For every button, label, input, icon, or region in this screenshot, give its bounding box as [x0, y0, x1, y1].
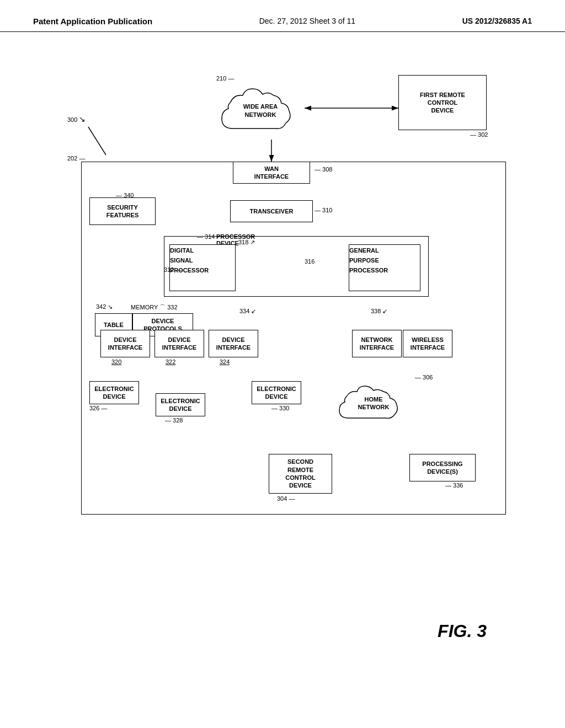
second-remote-device-label: SECONDREMOTECONTROLDEVICE [285, 458, 315, 489]
figure-label: FIG. 3 [438, 621, 487, 641]
electronic-device-326-box: ELECTRONICDEVICE [89, 381, 139, 404]
label-202: 202 — [67, 155, 85, 162]
gpp-box: GENERALPURPOSEPROCESSOR [349, 244, 420, 291]
electronic-device-330-box: ELECTRONICDEVICE [252, 381, 301, 404]
label-326: 326 — [89, 405, 107, 411]
label-316: 316 [305, 258, 315, 265]
label-memory: MEMORY ⌒ 332 [131, 303, 178, 312]
label-312: 312 — [164, 266, 182, 273]
network-interface-label: NETWORKINTERFACE [360, 336, 394, 352]
second-remote-device-box: SECONDREMOTECONTROLDEVICE [269, 454, 332, 494]
svg-line-20 [88, 127, 106, 155]
first-remote-device-box: FIRST REMOTECONTROLDEVICE [398, 75, 487, 130]
label-320: 320 [111, 358, 121, 365]
device-interface-320-label: DEVICEINTERFACE [108, 336, 142, 352]
processing-devices-label: PROCESSINGDEVICE(S) [422, 460, 462, 476]
electronic-device-328-box: ELECTRONICDEVICE [156, 393, 205, 416]
electronic-device-330-label: ELECTRONICDEVICE [257, 385, 296, 401]
label-334: 334 ↙ [239, 308, 256, 315]
label-324: 324 [220, 358, 230, 365]
diagram-area: 300 ↘ 210 — WIDE AREANETWORK FIRST REMOT… [34, 38, 531, 672]
wan-cloud: WIDE AREANETWORK [216, 79, 305, 142]
electronic-device-326-label: ELECTRONICDEVICE [94, 385, 134, 401]
page: Patent Application Publication Dec. 27, … [0, 0, 565, 728]
label-308: — 308 [315, 166, 332, 173]
processing-devices-box: PROCESSINGDEVICE(S) [409, 454, 476, 481]
table-label: TABLE [104, 321, 124, 329]
home-network-cloud: HOMENETWORK [335, 378, 412, 428]
label-310: — 310 [315, 207, 332, 213]
publication-date-sheet: Dec. 27, 2012 Sheet 3 of 11 [259, 17, 355, 25]
label-318: 318 ↗ [238, 239, 255, 246]
device-interface-324-box: DEVICEINTERFACE [209, 330, 258, 357]
label-342: 342 ↘ [96, 303, 113, 311]
publication-title: Patent Application Publication [33, 17, 152, 26]
device-interface-320-box: DEVICEINTERFACE [100, 330, 150, 357]
transceiver-box: TRANSCEIVER [230, 200, 313, 222]
wan-interface-label: WANINTERFACE [254, 165, 289, 181]
device-interface-324-label: DEVICEINTERFACE [216, 336, 250, 352]
electronic-device-328-label: ELECTRONICDEVICE [161, 397, 200, 413]
network-interface-box: NETWORKINTERFACE [352, 330, 402, 357]
transceiver-label: TRANSCEIVER [250, 207, 294, 215]
label-338: 338 ↙ [371, 308, 387, 315]
label-314: — 314 [197, 233, 215, 240]
security-features-label: SECURITYFEATURES [106, 204, 138, 220]
label-302: — 302 [470, 131, 488, 138]
device-interface-322-box: DEVICEINTERFACE [154, 330, 204, 357]
publication-number: US 2012/326835 A1 [462, 17, 532, 25]
label-336: — 336 [445, 482, 463, 489]
label-340: — 340 [116, 192, 134, 199]
label-330: — 330 [271, 405, 289, 411]
wan-interface-box: WANINTERFACE [233, 162, 310, 184]
security-features-box: SECURITYFEATURES [89, 197, 156, 225]
device-interface-322-label: DEVICEINTERFACE [162, 336, 196, 352]
wireless-interface-box: WIRELESSINTERFACE [403, 330, 452, 357]
label-306: — 306 [415, 374, 433, 381]
label-300: 300 ↘ [67, 115, 86, 124]
label-304: 304 — [277, 495, 295, 502]
wireless-interface-label: WIRELESSINTERFACE [411, 336, 445, 352]
label-328: — 328 [165, 417, 183, 424]
header: Patent Application Publication Dec. 27, … [0, 0, 565, 32]
first-remote-device-label: FIRST REMOTECONTROLDEVICE [420, 91, 465, 115]
label-322: 322 [166, 358, 175, 365]
